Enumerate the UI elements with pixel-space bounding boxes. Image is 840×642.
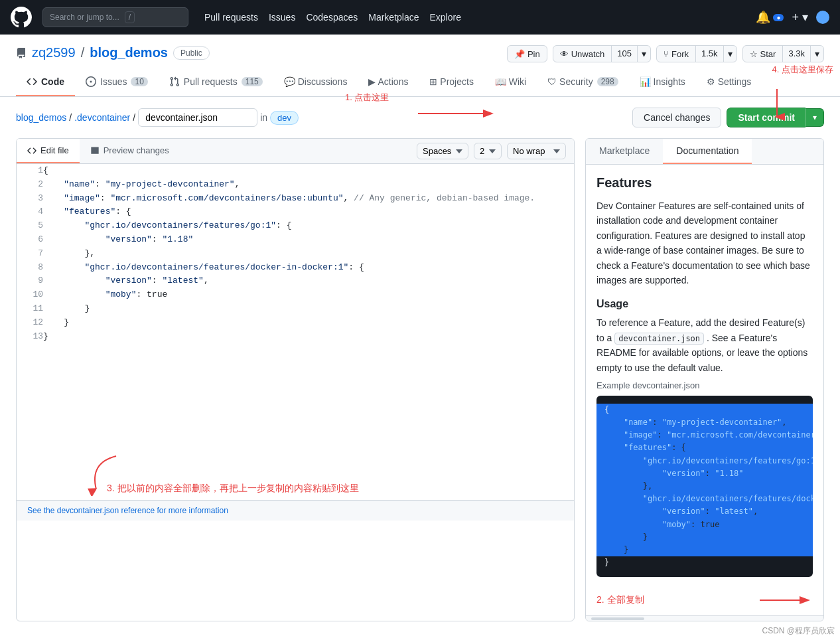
editor-content[interactable]: 1{ 2 "name": "my-project-devcontainer", … bbox=[17, 164, 574, 443]
tab-wiki[interactable]: 📖 Wiki bbox=[484, 68, 537, 96]
tab-projects[interactable]: ⊞ Projects bbox=[419, 68, 484, 96]
editor-panel: Edit file Preview changes Spaces Tabs 2 … bbox=[16, 138, 575, 621]
code-block-line-4: "features": { bbox=[596, 441, 813, 454]
code-block-line-8: "ghcr.io/devcontainers/features/docker- bbox=[596, 493, 813, 505]
annotation-2: 2. 全部复制 bbox=[596, 594, 644, 606]
cancel-changes-button[interactable]: Cancel changes bbox=[632, 108, 721, 127]
nav-issues[interactable]: Issues bbox=[269, 12, 295, 23]
file-header-bar: blog_demos / .devcontainer / in dev Canc… bbox=[0, 97, 840, 138]
annotation-2-area: 2. 全部复制 bbox=[586, 590, 823, 615]
code-block-line-6: "version": "1.18" bbox=[596, 467, 813, 480]
create-button[interactable]: + ▾ bbox=[792, 10, 808, 25]
side-panel-tabs: Marketplace Documentation bbox=[586, 139, 823, 165]
tab-pull-requests[interactable]: Pull requests 115 bbox=[159, 68, 273, 96]
table-row: 1{ bbox=[17, 164, 574, 178]
devcontainer-json-link[interactable]: devcontainer.json bbox=[57, 506, 119, 515]
start-commit-main-button[interactable]: Start commit bbox=[727, 108, 805, 127]
notification-badge: ● bbox=[773, 14, 784, 21]
repo-icon bbox=[16, 48, 27, 58]
annotation-1-arrow bbox=[418, 104, 498, 123]
nav-links: Pull requests Issues Codespaces Marketpl… bbox=[204, 12, 461, 23]
pin-button[interactable]: 📌 Pin bbox=[507, 45, 547, 62]
file-actions: Cancel changes Start commit ▾ bbox=[632, 108, 824, 127]
fork-button[interactable]: ⑂ Fork 1.5k ▾ bbox=[656, 45, 737, 62]
indent-select[interactable]: 2 4 bbox=[474, 143, 502, 159]
nav-right: 🔔● + ▾ bbox=[756, 10, 829, 25]
editor-footer: See the devcontainer.json reference for … bbox=[17, 500, 574, 521]
start-commit-button[interactable]: Start commit ▾ bbox=[727, 108, 824, 127]
breadcrumb: blog_demos / .devcontainer / in dev bbox=[16, 108, 299, 127]
avatar[interactable] bbox=[816, 11, 829, 24]
annotation-3: 3. 把以前的内容全部删除，再把上一步复制的内容粘贴到这里 bbox=[107, 483, 563, 495]
code-table: 1{ 2 "name": "my-project-devcontainer", … bbox=[17, 164, 574, 343]
annotation-2-arrow bbox=[760, 590, 813, 610]
table-row: 5 "ghcr.io/devcontainers/features/go:1":… bbox=[17, 219, 574, 233]
table-row: 8 "ghcr.io/devcontainers/features/docker… bbox=[17, 261, 574, 275]
code-block-line-5: "ghcr.io/devcontainers/features/go:1": bbox=[596, 455, 813, 467]
usage-paragraph: To reference a Feature, add the desired … bbox=[596, 315, 813, 375]
wrap-select[interactable]: No wrap Soft wrap bbox=[507, 143, 566, 159]
top-navigation: Search or jump to... / Pull requests Iss… bbox=[0, 0, 840, 35]
usage-inline-code: devcontainer.json bbox=[614, 333, 704, 345]
code-block-line-7: }, bbox=[596, 480, 813, 493]
side-panel: Marketplace Documentation Features Dev C… bbox=[585, 138, 824, 621]
tab-edit-file[interactable]: Edit file bbox=[17, 139, 80, 163]
nav-explore[interactable]: Explore bbox=[430, 12, 461, 23]
repo-name-link[interactable]: blog_demos bbox=[90, 45, 168, 60]
repo-tabs: Code Issues 10 Pull requests 115 💬 Discu… bbox=[16, 68, 824, 96]
visibility-badge: Public bbox=[173, 46, 210, 60]
code-block-line-10: "moby": true bbox=[596, 519, 813, 531]
notifications-button[interactable]: 🔔● bbox=[756, 10, 784, 25]
table-row: 9 "version": "latest", bbox=[17, 274, 574, 288]
main-content: Edit file Preview changes Spaces Tabs 2 … bbox=[0, 138, 840, 637]
code-block: { "name": "my-project-devcontainer", "im… bbox=[596, 396, 813, 577]
table-row: 13} bbox=[17, 330, 574, 344]
tab-discussions[interactable]: 💬 Discussions bbox=[273, 68, 358, 96]
scrollbar-thumb[interactable] bbox=[591, 617, 644, 620]
table-row: 4 "features": { bbox=[17, 205, 574, 219]
tab-preview-changes[interactable]: Preview changes bbox=[80, 139, 180, 163]
tab-issues[interactable]: Issues 10 bbox=[75, 68, 159, 96]
filename-input[interactable] bbox=[138, 108, 257, 127]
tab-actions[interactable]: ▶ Actions bbox=[358, 68, 419, 96]
tab-marketplace[interactable]: Marketplace bbox=[586, 139, 663, 164]
repo-owner-link[interactable]: zq2599 bbox=[32, 45, 76, 60]
search-box[interactable]: Search or jump to... / bbox=[42, 7, 188, 27]
start-commit-dropdown-button[interactable]: ▾ bbox=[805, 108, 824, 127]
code-block-line-3: "image": "mcr.microsoft.com/devcontainer… bbox=[596, 429, 813, 441]
editor-toolbar: Edit file Preview changes Spaces Tabs 2 … bbox=[17, 139, 574, 164]
tab-code[interactable]: Code bbox=[16, 68, 75, 96]
nav-marketplace[interactable]: Marketplace bbox=[368, 12, 419, 23]
side-panel-content: Features Dev Container Features are self… bbox=[586, 165, 823, 588]
tab-documentation[interactable]: Documentation bbox=[663, 139, 752, 164]
features-heading: Features bbox=[596, 175, 813, 191]
example-title: Example devcontainer.json bbox=[596, 380, 813, 390]
tab-insights[interactable]: 📊 Insights bbox=[629, 68, 696, 96]
table-row: 10 "moby": true bbox=[17, 288, 574, 302]
github-logo-icon[interactable] bbox=[11, 7, 32, 28]
branch-badge: dev bbox=[270, 111, 299, 125]
breadcrumb-repo[interactable]: blog_demos bbox=[16, 112, 66, 123]
nav-codespaces[interactable]: Codespaces bbox=[306, 12, 358, 23]
editor-options: Spaces Tabs 2 4 No wrap Soft wrap bbox=[409, 143, 574, 159]
table-row: 3 "image": "mcr.microsoft.com/devcontain… bbox=[17, 192, 574, 206]
horizontal-scrollbar[interactable] bbox=[586, 615, 823, 621]
tab-settings[interactable]: ⚙ Settings bbox=[696, 68, 762, 96]
breadcrumb-folder[interactable]: .devcontainer bbox=[74, 112, 130, 123]
nav-pull-requests[interactable]: Pull requests bbox=[204, 12, 258, 23]
table-row: 7 }, bbox=[17, 247, 574, 261]
usage-heading: Usage bbox=[596, 298, 813, 310]
code-block-line-13: } bbox=[604, 558, 609, 567]
star-button[interactable]: ☆ Star 3.3k ▾ bbox=[742, 45, 824, 62]
annotation-3-area: 3. 把以前的内容全部删除，再把上一步复制的内容粘贴到这里 bbox=[17, 443, 574, 500]
table-row: 11 } bbox=[17, 302, 574, 316]
repo-header: zq2599 / blog_demos Public 📌 Pin 👁 Unwat… bbox=[0, 35, 840, 97]
code-block-line-11: } bbox=[596, 531, 813, 544]
unwatch-button[interactable]: 👁 Unwatch 105 ▾ bbox=[553, 45, 651, 62]
tab-security[interactable]: 🛡 Security 298 bbox=[537, 68, 629, 96]
spaces-select[interactable]: Spaces Tabs bbox=[417, 143, 468, 159]
code-block-line-9: "version": "latest", bbox=[596, 505, 813, 518]
search-shortcut: / bbox=[125, 11, 135, 23]
features-text: Dev Container Features are self-containe… bbox=[596, 199, 813, 287]
search-placeholder: Search or jump to... bbox=[50, 13, 119, 22]
